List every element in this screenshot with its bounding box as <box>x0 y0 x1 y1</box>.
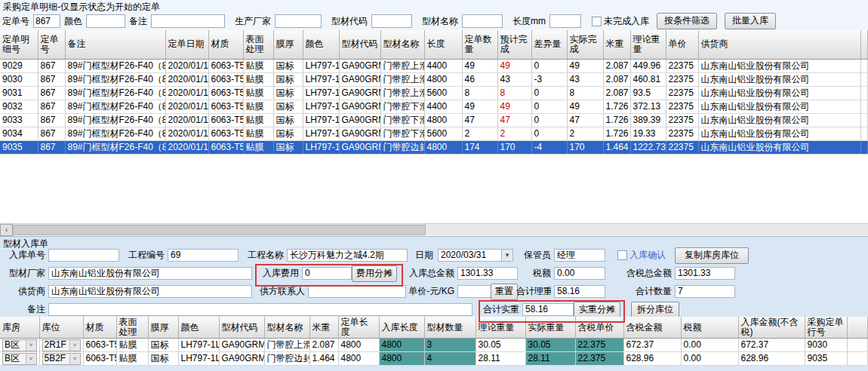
total-amount-field[interactable]: 1301.33 <box>457 267 518 280</box>
column-header[interactable]: 材质 <box>83 317 116 339</box>
order-row[interactable]: 903286789#门框型材F26-F40（866+867）2020/01/13… <box>0 100 868 113</box>
column-header[interactable]: 采购定单行号 <box>805 317 847 339</box>
column-header[interactable]: 颜色 <box>178 317 219 339</box>
column-header[interactable]: 米重 <box>603 30 630 59</box>
weight-share-button[interactable]: 实重分摊 <box>574 302 620 318</box>
tax-total-field[interactable]: 1301.33 <box>675 267 735 280</box>
column-header[interactable]: 预计完成 <box>497 30 531 59</box>
column-header[interactable]: 入库长度 <box>379 317 424 339</box>
project-no-field[interactable]: 69 <box>168 249 239 262</box>
order-row[interactable]: 903586789#门框型材F26-F40（866+867）2020/01/13… <box>0 140 868 154</box>
column-header[interactable]: 供货商 <box>698 30 860 59</box>
warehouse-combo[interactable]: B区˅ <box>2 339 37 351</box>
inbound-no-field[interactable] <box>48 249 119 262</box>
column-header[interactable]: 长度 <box>424 30 462 59</box>
length-input[interactable] <box>549 14 581 28</box>
column-header[interactable]: 定单明细号 <box>0 30 38 59</box>
fee-share-button[interactable]: 费用分摊 <box>352 265 397 282</box>
column-header[interactable]: 膜厚 <box>148 317 178 339</box>
dropdown-arrow-icon[interactable]: ˅ <box>69 340 80 351</box>
column-header[interactable]: 入库金额(不含税) <box>738 317 805 339</box>
column-header[interactable]: 型材代码 <box>219 317 264 339</box>
order-no-input[interactable]: 867 <box>33 14 60 28</box>
column-header[interactable]: 颜色 <box>303 30 339 59</box>
column-header[interactable]: 型材名称 <box>264 317 309 339</box>
column-header[interactable]: 定单号 <box>38 30 65 59</box>
factory-input[interactable] <box>275 14 322 28</box>
column-header[interactable]: 型材名称 <box>380 30 424 59</box>
scroll-left-icon[interactable]: ‹ <box>0 224 13 236</box>
column-header[interactable]: 差异量 <box>531 30 567 59</box>
cell: GA90GRM03 <box>339 72 380 86</box>
code-input[interactable] <box>371 14 412 28</box>
supplier-field[interactable]: 山东南山铝业股份有限公司 <box>48 285 252 298</box>
split-location-button[interactable]: 拆分库位 <box>631 302 679 318</box>
color-input[interactable] <box>86 14 125 28</box>
contact-field[interactable] <box>308 285 406 298</box>
tax-field[interactable]: 0.00 <box>554 267 605 280</box>
column-header[interactable]: 备注 <box>65 30 165 59</box>
combo-value: B区 <box>5 352 20 365</box>
inbound-row[interactable]: B区˅5B2F˅6063-T5贴膜国标LH797-1LL0GA90GRM05门带… <box>0 352 868 366</box>
warehouse-combo[interactable]: B区˅ <box>2 353 37 365</box>
order-row[interactable]: 903486789#门框型材F26-F40（866+867）2020/01/13… <box>0 127 868 140</box>
date-field[interactable]: 2020/03/31 ▾ <box>438 249 513 262</box>
theory-weight-field[interactable]: 58.16 <box>554 285 605 298</box>
column-header[interactable]: 理论重量 <box>476 317 525 339</box>
location-combo[interactable]: 5B2F˅ <box>42 353 81 365</box>
filter-by-condition-button[interactable]: 按条件筛选 <box>657 13 717 29</box>
order-row[interactable]: 902986789#门框型材F26-F40（866+867）2020/01/13… <box>0 59 868 72</box>
total-qty-field[interactable]: 7 <box>675 285 735 298</box>
column-header[interactable]: 定单数量 <box>462 30 497 59</box>
date-value: 2020/03/31 <box>441 250 486 260</box>
checkbox-icon[interactable] <box>592 17 602 26</box>
column-header[interactable]: 型材代码 <box>339 30 380 59</box>
unit-price-field[interactable] <box>457 285 492 298</box>
cell: 4800 <box>424 72 462 86</box>
location-combo[interactable]: 2R1F˅ <box>42 339 81 351</box>
batch-inbound-button[interactable]: 批量入库 <box>725 13 776 29</box>
column-header[interactable]: 库位 <box>39 317 83 339</box>
column-header[interactable]: 膜厚 <box>273 30 303 59</box>
date-dropdown-icon[interactable]: ▾ <box>501 250 512 261</box>
keeper-field[interactable]: 经理 <box>554 249 605 262</box>
column-header[interactable]: 表面处理 <box>116 317 148 339</box>
cell: 867 <box>38 140 65 154</box>
column-header[interactable]: 税额 <box>681 317 738 339</box>
dropdown-arrow-icon[interactable]: ˅ <box>26 354 36 364</box>
column-header[interactable]: 实际完成 <box>567 30 603 59</box>
column-header[interactable]: 定单长度 <box>338 317 379 339</box>
combo-value: B区 <box>5 339 20 351</box>
dropdown-arrow-icon[interactable]: ˅ <box>69 354 80 364</box>
column-header[interactable]: 米重 <box>309 317 338 339</box>
column-header[interactable]: 实际重量 <box>525 317 575 339</box>
form-note-field[interactable] <box>48 303 472 316</box>
name-input[interactable] <box>462 14 503 28</box>
column-header[interactable]: 材质 <box>208 30 243 59</box>
dropdown-arrow-icon[interactable]: ˅ <box>26 340 36 351</box>
column-header[interactable]: 理论重量 <box>630 30 666 59</box>
column-header[interactable]: 表面处理 <box>243 30 273 59</box>
project-name-field[interactable]: 长沙万科魅力之城4.2期 <box>287 249 408 262</box>
column-header[interactable]: 单价 <box>666 30 698 59</box>
material-factory-field[interactable]: 山东南山铝业股份有限公司 <box>48 267 252 280</box>
reset-button[interactable]: 重置 <box>491 284 518 300</box>
scrollbar-thumb[interactable] <box>13 225 426 235</box>
unfinished-checkbox[interactable]: 未完成入库 <box>592 15 649 28</box>
column-header[interactable]: 含税金额 <box>623 317 681 339</box>
column-header[interactable]: 定单日期 <box>165 30 208 59</box>
note-input[interactable] <box>151 14 225 28</box>
column-header[interactable]: 型材数量 <box>424 317 476 339</box>
column-header[interactable]: 库房 <box>0 317 39 339</box>
cell: 0 <box>531 113 567 127</box>
fee-field[interactable]: 0 <box>302 267 352 280</box>
horizontal-scrollbar[interactable]: ‹ <box>0 223 868 235</box>
order-row[interactable]: 903186789#门框型材F26-F40（866+867）2020/01/13… <box>0 86 868 100</box>
copy-warehouse-button[interactable]: 复制库房库位 <box>675 247 749 264</box>
order-row[interactable]: 903086789#门框型材F26-F40（866+867）2020/01/13… <box>0 72 868 86</box>
column-header[interactable]: 含税单价 <box>575 317 623 339</box>
actual-weight-field[interactable]: 58.16 <box>522 303 574 316</box>
inbound-row[interactable]: B区˅2R1F˅6063-T5贴膜国标LH797-1LL0GA90GRM03门带… <box>0 339 868 352</box>
order-row[interactable]: 903386789#门框型材F26-F40（866+867）2020/01/13… <box>0 113 868 127</box>
confirm-checkbox[interactable] <box>617 250 627 260</box>
